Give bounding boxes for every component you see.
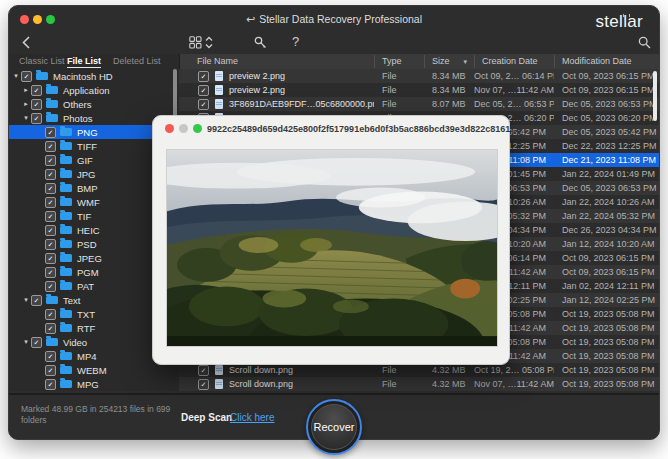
column-header-file-name[interactable]: File Name	[197, 56, 238, 66]
modification-date-cell: Oct 09, 2023 06:15 PM	[554, 265, 660, 279]
tab-file-list[interactable]: File List	[67, 56, 101, 68]
modification-date-cell: Jan 22, 2024 10:26 AM	[554, 195, 660, 209]
back-button[interactable]	[22, 36, 30, 49]
checkbox[interactable]: ✓	[45, 211, 56, 222]
checkbox[interactable]: ✓	[198, 365, 209, 376]
column-divider	[554, 55, 555, 68]
sidebar-item-label: RTF	[77, 323, 95, 334]
column-header-modification-date[interactable]: Modification Date	[562, 56, 632, 66]
sidebar-item-label: PNG	[77, 127, 98, 138]
disclosure-collapsed-icon[interactable]: ▸	[21, 100, 31, 108]
folder-icon	[60, 170, 72, 178]
checkbox[interactable]: ✓	[45, 183, 56, 194]
checkbox[interactable]: ✓	[45, 155, 56, 166]
checkbox[interactable]: ✓	[45, 127, 56, 138]
sidebar-item-label: TXT	[77, 309, 95, 320]
modification-date-cell: Jan 22, 2024 05:32 PM	[554, 209, 660, 223]
file-type-cell: File	[374, 69, 424, 83]
toolbar: ?	[9, 32, 659, 54]
checkbox[interactable]: ✓	[45, 351, 56, 362]
folder-icon	[46, 100, 58, 108]
column-header-type[interactable]: Type	[382, 56, 402, 66]
key-icon[interactable]	[254, 36, 267, 49]
preview-zoom-button[interactable]	[193, 124, 202, 133]
checkbox[interactable]: ✓	[31, 295, 42, 306]
file-type-cell: File	[374, 83, 424, 97]
sidebar-item-label: PSD	[77, 239, 97, 250]
tab-deleted-list[interactable]: Deleted List	[113, 56, 161, 66]
checkbox[interactable]: ✓	[198, 85, 209, 96]
table-row[interactable]: ✓preview 2.pngFile8.34 MBOct 09, 2… 06:1…	[179, 69, 660, 83]
checkbox[interactable]: ✓	[45, 169, 56, 180]
file-icon	[215, 71, 223, 81]
creation-date-cell: Dec 05, 2… 06:53 PM	[474, 97, 554, 111]
disclosure-expanded-icon[interactable]: ▾	[21, 296, 31, 304]
sidebar-item-label: GIF	[77, 155, 93, 166]
help-icon[interactable]: ?	[292, 34, 299, 49]
folder-icon	[46, 114, 58, 122]
header-band: Classic ListFile ListDeleted List File N…	[9, 54, 659, 70]
titlebar: ↩Stellar Data Recovery Professional stel…	[9, 6, 659, 32]
disclosure-expanded-icon[interactable]: ▾	[21, 114, 31, 122]
checkbox[interactable]: ✓	[45, 141, 56, 152]
sidebar-item-label: WEBM	[77, 365, 107, 376]
sidebar-item-webm[interactable]: ✓WEBM	[9, 363, 205, 377]
modification-date-cell: Jan 02, 2024 12:11 PM	[554, 279, 660, 293]
table-row[interactable]: ✓Scroll down.pngFile4.32 MBNov 07, …11:4…	[179, 377, 660, 391]
sidebar-item-macintosh-hd[interactable]: ▾✓Macintosh HD	[9, 69, 181, 83]
checkbox[interactable]: ✓	[31, 113, 42, 124]
preview-image	[166, 149, 498, 347]
disclosure-expanded-icon[interactable]: ▾	[11, 72, 21, 80]
modification-date-cell: Jan 22, 2024 01:49 PM	[554, 167, 660, 181]
preview-close-button[interactable]	[165, 124, 174, 133]
checkbox[interactable]: ✓	[45, 365, 56, 376]
deep-scan-label: Deep Scan	[181, 412, 232, 423]
table-row[interactable]: ✓preview 2.pngFile8.34 MBNov 07, …11:42 …	[179, 83, 660, 97]
view-sort-chevrons-icon[interactable]	[205, 36, 213, 49]
table-scrollbar[interactable]	[653, 71, 657, 121]
checkbox[interactable]: ✓	[198, 99, 209, 110]
sidebar-item-mpg[interactable]: ✓MPG	[9, 377, 205, 391]
file-size-cell: 4.32 MB	[424, 363, 474, 377]
deep-scan-link[interactable]: Click here	[230, 412, 274, 423]
creation-date-cell: Oct 09, 2… 06:14 PM	[474, 69, 554, 83]
tab-classic-list[interactable]: Classic List	[19, 56, 65, 66]
table-row[interactable]: ✓Scroll down.pngFile4.32 MBOct 19, 2… 05…	[179, 363, 660, 377]
checkbox[interactable]: ✓	[45, 239, 56, 250]
table-row[interactable]: ✓3F8691DAEB9FDF…05c6800000.pngFile8.07 M…	[179, 97, 660, 111]
checkbox[interactable]: ✓	[31, 99, 42, 110]
column-header-size[interactable]: Size▾	[432, 56, 467, 66]
folder-icon	[60, 156, 72, 164]
column-header-creation-date[interactable]: Creation Date	[482, 56, 538, 66]
creation-date-cell: Nov 07, …11:42 AM	[474, 83, 554, 97]
checkbox[interactable]: ✓	[198, 71, 209, 82]
file-icon	[215, 99, 223, 109]
search-icon[interactable]	[638, 36, 651, 49]
modification-date-cell: Oct 19, 2023 05:08 PM	[554, 307, 660, 321]
checkbox[interactable]: ✓	[45, 379, 56, 390]
checkbox[interactable]: ✓	[45, 323, 56, 334]
folder-icon	[60, 268, 72, 276]
checkbox[interactable]: ✓	[198, 379, 209, 390]
sidebar-item-application[interactable]: ▸✓Application	[9, 83, 191, 97]
view-grid-icon[interactable]	[189, 36, 202, 49]
checkbox[interactable]: ✓	[45, 267, 56, 278]
disclosure-collapsed-icon[interactable]: ▸	[21, 86, 31, 94]
preview-minimize-button[interactable]	[179, 124, 188, 133]
checkbox[interactable]: ✓	[31, 85, 42, 96]
checkbox[interactable]: ✓	[45, 309, 56, 320]
checkbox[interactable]: ✓	[21, 71, 32, 82]
disclosure-expanded-icon[interactable]: ▾	[21, 338, 31, 346]
recover-button[interactable]: Recover	[306, 399, 362, 455]
checkbox[interactable]: ✓	[31, 337, 42, 348]
table-header: File Name Type Size▾ Creation Date Modif…	[179, 54, 660, 69]
checkbox[interactable]: ✓	[45, 281, 56, 292]
checkbox[interactable]: ✓	[45, 253, 56, 264]
folder-icon	[60, 142, 72, 150]
checkbox[interactable]: ✓	[45, 197, 56, 208]
checkbox[interactable]: ✓	[45, 225, 56, 236]
column-divider	[374, 55, 375, 68]
marked-summary: Marked 48.99 GB in 254213 files in 699 f…	[21, 404, 176, 427]
folder-icon	[60, 324, 72, 332]
sidebar-item-others[interactable]: ▸✓Others	[9, 97, 191, 111]
